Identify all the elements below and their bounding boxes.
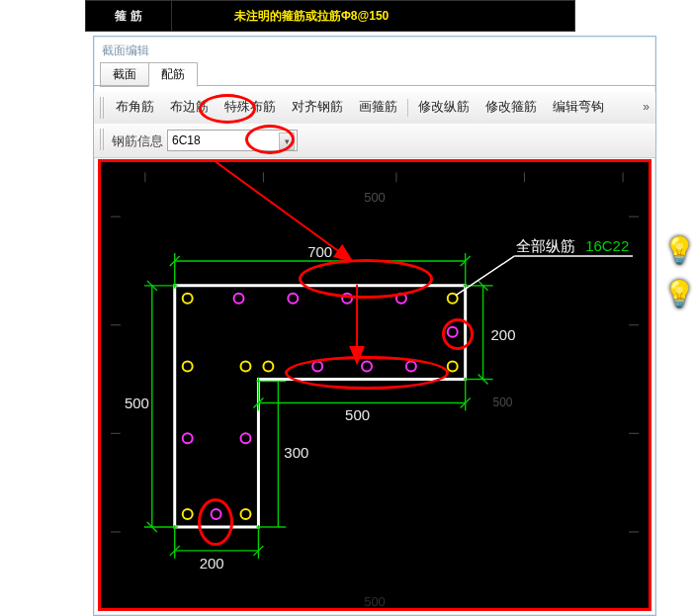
- tab-rebar[interactable]: 配筋: [148, 62, 198, 87]
- cad-svg: 500 500: [101, 162, 649, 608]
- svg-point-51: [342, 294, 352, 304]
- svg-point-48: [183, 509, 193, 519]
- optionrow-grip-icon: [100, 129, 106, 150]
- svg-point-57: [183, 433, 193, 443]
- svg-point-49: [234, 294, 244, 304]
- svg-point-56: [448, 327, 458, 337]
- tab-section[interactable]: 截面: [100, 62, 149, 87]
- cad-canvas[interactable]: 500 500: [98, 159, 652, 611]
- toolbar-overflow-icon[interactable]: »: [643, 100, 650, 114]
- tab-bar: 截面 配筋: [100, 62, 197, 86]
- dim-200-right: 200: [491, 326, 516, 343]
- svg-point-50: [288, 294, 298, 304]
- toolbar: 布角筋 布边筋 特殊布筋 对齐钢筋 画箍筋 修改纵筋 修改箍筋 编辑弯钩 »: [94, 92, 655, 125]
- rebar-info-combo[interactable]: ▾: [167, 130, 298, 151]
- option-row: 钢筋信息 ▾: [94, 124, 655, 158]
- svg-point-55: [406, 362, 416, 372]
- toolbar-grip-icon: [100, 97, 106, 119]
- edge-bars: [183, 294, 458, 519]
- svg-point-41: [183, 294, 193, 304]
- btn-edit-long[interactable]: 修改纵筋: [410, 92, 478, 124]
- hint-bulb-icon-2[interactable]: 💡: [663, 279, 695, 309]
- section-outline: [175, 286, 466, 527]
- axis-top-500: 500: [364, 190, 386, 205]
- dim-texts: 700 200 500 500 300 200: [125, 243, 516, 572]
- section-edit-window: 截面编辑 截面 配筋 布角筋 布边筋 特殊布筋 对齐钢筋 画箍筋 修改纵筋 修改…: [93, 36, 656, 616]
- btn-edge-bar[interactable]: 布边筋: [162, 92, 217, 124]
- svg-point-53: [312, 362, 322, 372]
- dim-500-ghost: 500: [493, 396, 513, 409]
- corner-bars: [183, 294, 458, 519]
- dim-500-mid: 500: [345, 406, 370, 423]
- svg-point-54: [362, 362, 372, 372]
- dim-300: 300: [284, 444, 308, 461]
- svg-point-52: [396, 294, 406, 304]
- svg-point-47: [240, 509, 250, 519]
- axis-bottom-500: 500: [364, 594, 386, 608]
- toolbar-sep: [407, 99, 408, 117]
- btn-draw-stirrup[interactable]: 画箍筋: [351, 92, 405, 124]
- svg-point-58: [240, 433, 250, 443]
- window-title: 截面编辑: [102, 43, 149, 59]
- dim-700: 700: [307, 243, 332, 260]
- annot-all-rebar-label: 全部纵筋: [516, 237, 575, 254]
- svg-point-59: [212, 509, 221, 519]
- btn-special-bar[interactable]: 特殊布筋: [217, 92, 284, 124]
- rebar-info-input[interactable]: [168, 131, 285, 150]
- btn-corner-bar[interactable]: 布角筋: [108, 92, 162, 124]
- svg-point-44: [263, 362, 273, 372]
- dim-lines: [144, 253, 493, 559]
- hint-bulb-icon-1[interactable]: 💡: [663, 235, 695, 266]
- annot-all-rebar-value: 16C22: [585, 237, 629, 254]
- svg-point-45: [183, 362, 193, 372]
- svg-point-46: [240, 362, 250, 372]
- dim-200-bottom: 200: [200, 555, 224, 572]
- svg-point-43: [448, 362, 458, 372]
- btn-edit-hook[interactable]: 编辑弯钩: [545, 92, 612, 124]
- header-cell-stirrup: 箍 筋: [86, 1, 172, 31]
- btn-edit-stirrup[interactable]: 修改箍筋: [478, 92, 545, 124]
- btn-align-bar[interactable]: 对齐钢筋: [284, 92, 351, 124]
- dim-500-left: 500: [125, 395, 149, 411]
- header-text-default-stirrup: 未注明的箍筋或拉筋Φ8@150: [234, 1, 389, 31]
- combo-dropdown-icon[interactable]: ▾: [279, 132, 295, 150]
- rebar-info-label: 钢筋信息: [112, 132, 163, 150]
- grid-ticks: [111, 172, 639, 532]
- table-header-strip: 箍 筋 未注明的箍筋或拉筋Φ8@150: [85, 0, 575, 32]
